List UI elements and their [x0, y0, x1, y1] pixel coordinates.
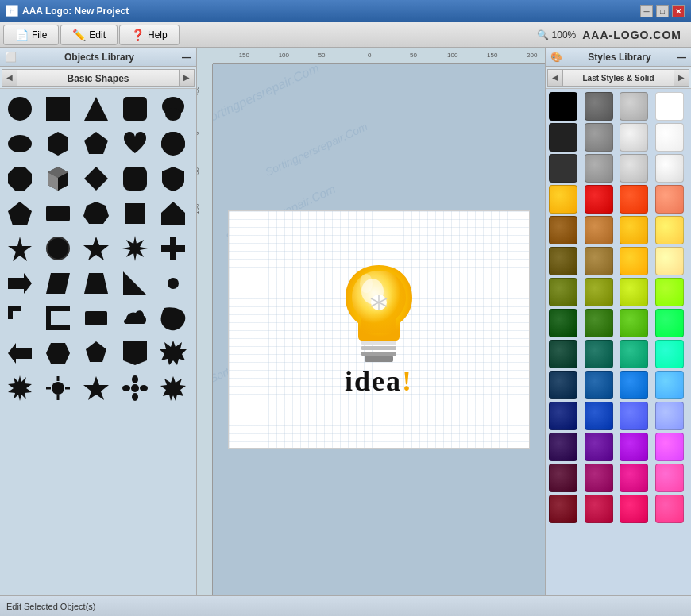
shape-arrow-left[interactable]	[3, 337, 37, 370]
color-swatch-44[interactable]	[549, 433, 577, 461]
color-swatch-10[interactable]	[620, 154, 648, 183]
color-swatch-53[interactable]	[585, 495, 613, 523]
color-swatch-18[interactable]	[620, 216, 648, 244]
maximize-button[interactable]: □	[656, 5, 669, 17]
shape-star-5[interactable]	[79, 232, 113, 265]
shape-square[interactable]	[41, 92, 75, 125]
color-swatch-36[interactable]	[549, 371, 577, 399]
color-swatch-34[interactable]	[620, 340, 648, 368]
shape-pentagon-3[interactable]	[79, 337, 113, 370]
shape-star-4[interactable]	[3, 232, 37, 265]
shape-splash[interactable]	[156, 372, 190, 405]
color-swatch-13[interactable]	[585, 185, 613, 214]
shape-heart[interactable]	[118, 127, 152, 160]
objects-library-collapse[interactable]: —	[182, 52, 191, 63]
color-swatch-17[interactable]	[585, 216, 613, 244]
color-swatch-16[interactable]	[549, 216, 577, 244]
shape-right-triangle[interactable]	[118, 267, 152, 300]
color-swatch-25[interactable]	[585, 278, 613, 306]
shape-rounded-square-2[interactable]	[118, 162, 152, 195]
color-swatch-9[interactable]	[585, 154, 613, 183]
color-swatch-31[interactable]	[655, 309, 684, 337]
shape-sun-2[interactable]	[41, 372, 75, 405]
shape-bracket[interactable]	[41, 302, 75, 335]
shape-rect-rounded[interactable]	[41, 197, 75, 230]
color-swatch-26[interactable]	[620, 278, 648, 306]
styles-library-collapse[interactable]: —	[677, 52, 686, 63]
color-swatch-15[interactable]	[655, 185, 684, 214]
color-swatch-8[interactable]	[549, 154, 577, 183]
shape-cloud[interactable]	[118, 302, 152, 335]
color-swatch-41[interactable]	[585, 402, 613, 430]
color-swatch-42[interactable]	[620, 402, 648, 430]
shape-badge[interactable]	[41, 232, 75, 265]
shape-gear[interactable]	[156, 267, 190, 300]
color-swatch-1[interactable]	[585, 92, 613, 121]
shape-blob-1[interactable]	[156, 92, 190, 125]
file-menu-button[interactable]: 📄 File	[3, 25, 59, 45]
shape-starburst[interactable]	[118, 232, 152, 265]
shape-diamond[interactable]	[79, 162, 113, 195]
styles-next-button[interactable]: ▶	[674, 69, 689, 87]
color-swatch-23[interactable]	[655, 247, 684, 275]
color-swatch-19[interactable]	[655, 216, 684, 244]
color-swatch-32[interactable]	[549, 340, 577, 368]
shape-rounded-square-1[interactable]	[118, 92, 152, 125]
color-swatch-4[interactable]	[549, 123, 577, 152]
color-swatch-35[interactable]	[655, 340, 684, 368]
shape-heptagon[interactable]	[79, 197, 113, 230]
shape-octagon[interactable]	[3, 162, 37, 195]
shape-cross[interactable]	[156, 232, 190, 265]
color-swatch-39[interactable]	[655, 371, 684, 399]
shape-circle[interactable]	[3, 92, 37, 125]
shape-shield[interactable]	[156, 162, 190, 195]
objects-next-button[interactable]: ▶	[179, 69, 195, 87]
color-swatch-6[interactable]	[620, 123, 648, 152]
color-swatch-20[interactable]	[549, 247, 577, 275]
close-button[interactable]: ✕	[672, 5, 685, 17]
color-swatch-21[interactable]	[585, 247, 613, 275]
color-swatch-38[interactable]	[620, 371, 648, 399]
shape-parallelogram[interactable]	[41, 267, 75, 300]
shape-star-outline[interactable]	[79, 372, 113, 405]
color-swatch-29[interactable]	[585, 309, 613, 337]
color-swatch-54[interactable]	[620, 495, 648, 523]
color-swatch-14[interactable]	[620, 185, 648, 214]
shape-arrow-right[interactable]	[3, 267, 37, 300]
color-swatch-0[interactable]	[549, 92, 577, 121]
color-swatch-49[interactable]	[585, 464, 613, 492]
color-swatch-2[interactable]	[620, 92, 648, 121]
color-swatch-43[interactable]	[655, 402, 684, 430]
color-swatch-33[interactable]	[585, 340, 613, 368]
edit-menu-button[interactable]: ✏️ Edit	[60, 25, 118, 45]
color-swatch-37[interactable]	[585, 371, 613, 399]
help-menu-button[interactable]: ❓ Help	[119, 25, 180, 45]
shape-fl-corner[interactable]	[3, 302, 37, 335]
shape-square-2[interactable]	[118, 197, 152, 230]
color-swatch-11[interactable]	[655, 154, 684, 183]
canvas-document[interactable]: idea!	[228, 210, 530, 449]
canvas-viewport[interactable]: Sortingpersrepair.Com Sortingpersrepair.…	[213, 64, 545, 595]
minimize-button[interactable]: ─	[640, 5, 653, 17]
color-swatch-5[interactable]	[585, 123, 613, 152]
color-swatch-51[interactable]	[655, 464, 684, 492]
shape-sun-1[interactable]	[3, 372, 37, 405]
shape-blob-2[interactable]	[156, 127, 190, 160]
color-swatch-3[interactable]	[655, 92, 684, 121]
color-swatch-24[interactable]	[549, 278, 577, 306]
shape-house[interactable]	[156, 197, 190, 230]
color-swatch-55[interactable]	[655, 495, 684, 523]
objects-prev-button[interactable]: ◀	[2, 69, 17, 87]
shape-flower[interactable]	[118, 372, 152, 405]
shape-triangle[interactable]	[79, 92, 113, 125]
shape-starburst-2[interactable]	[156, 337, 190, 370]
color-swatch-30[interactable]	[620, 309, 648, 337]
color-swatch-28[interactable]	[549, 309, 577, 337]
color-swatch-47[interactable]	[655, 433, 684, 461]
shape-rect-outline[interactable]	[79, 302, 113, 335]
styles-prev-button[interactable]: ◀	[547, 69, 563, 87]
shape-hexagon-2[interactable]	[41, 337, 75, 370]
color-swatch-7[interactable]	[655, 123, 684, 152]
color-swatch-22[interactable]	[620, 247, 648, 275]
color-swatch-50[interactable]	[620, 464, 648, 492]
